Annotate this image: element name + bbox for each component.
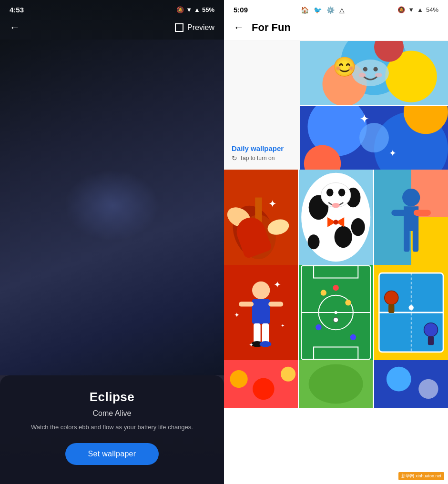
- svg-rect-85: [428, 336, 434, 345]
- svg-point-34: [326, 189, 333, 197]
- wallpaper-cell-3[interactable]: [374, 170, 448, 265]
- svg-rect-46: [412, 230, 418, 252]
- right-header: ← For Fun: [224, 18, 448, 41]
- svg-point-55: [260, 341, 272, 347]
- svg-rect-52: [254, 323, 260, 343]
- right-time: 5:09: [234, 6, 248, 14]
- grid-row-3: [224, 360, 448, 408]
- app-icons: 🏠 🐦 ⚙️ △: [301, 6, 345, 14]
- right-back-button[interactable]: ←: [234, 21, 244, 34]
- wallpaper-cell-1[interactable]: ✦ ✦: [224, 170, 298, 265]
- left-status-icons: 🔕 ▼ ▲ 55%: [176, 6, 214, 13]
- settings-icon: ⚙️: [326, 6, 335, 14]
- grid-row-1: ✦ ✦: [224, 170, 448, 265]
- svg-point-71: [316, 324, 322, 330]
- svg-point-9: [375, 73, 383, 77]
- mute-icon: 🔕: [176, 6, 184, 13]
- svg-rect-21: [255, 198, 262, 237]
- svg-rect-93: [374, 360, 448, 408]
- svg-text:✦: ✦: [249, 342, 254, 348]
- svg-point-6: [363, 67, 367, 71]
- top-thumbnails: ✦ ✦: [300, 41, 448, 170]
- svg-point-32: [351, 218, 365, 236]
- svg-point-90: [281, 367, 295, 382]
- svg-text:✦: ✦: [268, 198, 277, 209]
- preview-icon: [175, 23, 183, 32]
- svg-point-69: [346, 300, 351, 305]
- svg-rect-82: [388, 304, 394, 313]
- svg-point-35: [338, 189, 345, 197]
- wallpaper-thumb-1[interactable]: [300, 41, 448, 105]
- svg-point-70: [333, 285, 339, 291]
- wallpaper-cell-7[interactable]: [224, 360, 298, 408]
- svg-point-94: [387, 367, 411, 392]
- svg-point-68: [321, 290, 326, 295]
- right-panel: 5:09 🏠 🐦 ⚙️ △ 🔕 ▼ ▲ 54% ← For Fun Daily …: [224, 0, 448, 484]
- svg-point-48: [252, 282, 270, 299]
- wallpaper-description: Watch the colors ebb and flow as your ba…: [31, 423, 193, 432]
- svg-point-86: [408, 305, 413, 310]
- wallpaper-thumb-2[interactable]: ✦ ✦: [300, 106, 448, 170]
- wallpaper-grid: Daily wallpaper ↻ Tap to turn on: [224, 41, 448, 484]
- svg-rect-44: [413, 210, 430, 215]
- wallpaper-cell-4[interactable]: ✦ ✦ ✦ ✦: [224, 265, 298, 360]
- wallpaper-glow-effect: [64, 170, 160, 241]
- left-time: 4:53: [10, 6, 24, 14]
- svg-rect-53: [262, 323, 269, 343]
- svg-point-15: [359, 123, 389, 152]
- svg-rect-49: [252, 299, 270, 324]
- wallpaper-cell-9[interactable]: [374, 360, 448, 408]
- page-title: For Fun: [252, 21, 291, 34]
- svg-point-20: [241, 215, 275, 259]
- wallpaper-cell-2[interactable]: [299, 170, 373, 265]
- svg-text:✦: ✦: [281, 323, 285, 328]
- right-status-bar: 5:09 🏠 🐦 ⚙️ △ 🔕 ▼ ▲ 54%: [224, 0, 448, 18]
- right-status-icons: 🔕 ▼ ▲ 54%: [397, 6, 438, 13]
- svg-text:✦: ✦: [244, 245, 249, 253]
- grid-row-2: ✦ ✦ ✦ ✦: [224, 265, 448, 360]
- home-icon: 🏠: [301, 6, 309, 14]
- left-header: ← Preview: [0, 18, 224, 40]
- svg-point-31: [308, 234, 320, 249]
- left-panel: 4:53 🔕 ▼ ▲ 55% ← Preview Eclipse Come Al…: [0, 0, 224, 484]
- daily-wallpaper-card[interactable]: Daily wallpaper ↻ Tap to turn on: [224, 41, 300, 170]
- preview-label: Preview: [187, 23, 214, 32]
- svg-point-30: [335, 226, 352, 248]
- svg-text:✦: ✦: [389, 148, 397, 158]
- svg-point-65: [335, 311, 337, 314]
- wallpaper-cell-8[interactable]: [299, 360, 373, 408]
- wallpaper-subtitle: Come Alive: [93, 409, 132, 418]
- right-signal-icon: ▲: [417, 6, 423, 13]
- svg-point-5: [352, 60, 389, 86]
- wallpaper-cell-6[interactable]: [374, 265, 448, 360]
- wifi-icon: ▼: [186, 6, 192, 13]
- signal-icon: ▲: [194, 6, 200, 13]
- wallpaper-bottom-sheet: Eclipse Come Alive Watch the colors ebb …: [0, 375, 224, 484]
- wallpaper-preview-area: [0, 40, 224, 375]
- top-row: Daily wallpaper ↻ Tap to turn on: [224, 41, 448, 170]
- svg-point-7: [373, 67, 377, 71]
- right-battery: 54%: [426, 6, 438, 13]
- svg-rect-43: [391, 210, 408, 215]
- drive-icon: △: [339, 6, 345, 14]
- daily-wallpaper-label: Daily wallpaper: [232, 144, 293, 152]
- left-back-button[interactable]: ←: [10, 21, 20, 34]
- svg-text:✦: ✦: [274, 280, 281, 290]
- svg-point-92: [309, 364, 363, 404]
- twitter-icon: 🐦: [314, 6, 322, 14]
- preview-button[interactable]: Preview: [175, 23, 214, 32]
- left-status-bar: 4:53 🔕 ▼ ▲ 55%: [0, 0, 224, 18]
- daily-sub-label: Tap to turn on: [240, 155, 275, 161]
- grid-section: Daily wallpaper ↻ Tap to turn on: [224, 41, 448, 408]
- daily-wallpaper-sub: ↻ Tap to turn on: [232, 154, 293, 162]
- svg-point-37: [334, 220, 338, 224]
- set-wallpaper-button[interactable]: Set wallpaper: [65, 443, 159, 465]
- svg-text:✦: ✦: [234, 311, 240, 319]
- wallpaper-name: Eclipse: [90, 390, 135, 404]
- wallpaper-cell-5[interactable]: [299, 265, 373, 360]
- svg-point-72: [350, 334, 356, 340]
- right-mute-icon: 🔕: [397, 6, 405, 13]
- svg-point-36: [332, 203, 340, 208]
- svg-rect-51: [268, 302, 283, 306]
- svg-rect-45: [404, 230, 409, 252]
